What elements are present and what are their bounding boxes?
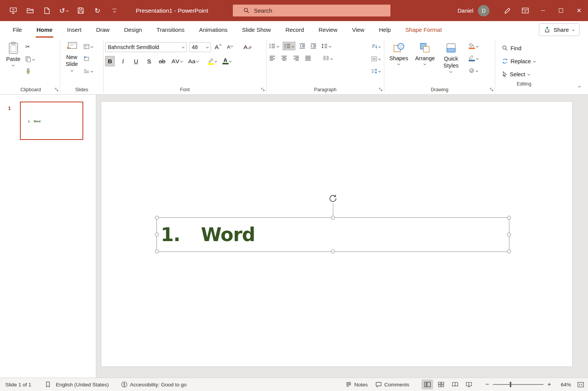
font-size-combobox[interactable]: 48	[189, 42, 211, 52]
share-button[interactable]: Share	[539, 23, 580, 36]
align-text-button[interactable]	[370, 54, 382, 63]
replace-button[interactable]: Replace	[501, 56, 551, 66]
resize-handle-ne[interactable]	[507, 216, 511, 220]
redo-button[interactable]: ↻	[89, 0, 106, 21]
drawing-dialog-launcher[interactable]	[489, 87, 494, 92]
tab-design[interactable]: Design	[117, 21, 149, 38]
zoom-slider[interactable]	[493, 380, 544, 389]
numbering-button[interactable]	[283, 42, 295, 50]
fit-slide-button[interactable]	[577, 382, 584, 388]
text-direction-button[interactable]	[370, 42, 382, 51]
find-button[interactable]: Find	[501, 43, 551, 53]
shapes-button[interactable]: Shapes	[386, 39, 412, 66]
tab-file[interactable]: File	[5, 21, 29, 38]
reading-view-button[interactable]	[449, 380, 461, 389]
normal-view-button[interactable]	[422, 380, 433, 389]
comments-button[interactable]: Comments	[376, 382, 409, 388]
language-button[interactable]: English (United States)	[56, 382, 109, 388]
clipboard-dialog-launcher[interactable]	[54, 87, 59, 92]
slide-indicator[interactable]: Slide 1 of 1	[5, 382, 31, 388]
copy-chevron-icon[interactable]	[32, 58, 35, 60]
reset-slide-button[interactable]	[82, 54, 94, 63]
resize-handle-e[interactable]	[507, 233, 511, 237]
quick-styles-button[interactable]: Quick Styles	[438, 39, 464, 73]
convert-to-smartart-button[interactable]	[370, 67, 382, 75]
ribbon-display-options-button[interactable]	[516, 0, 534, 21]
accessibility-button[interactable]: Accessibility: Good to go	[121, 381, 187, 388]
close-button[interactable]: ×	[570, 0, 588, 21]
shape-outline-button[interactable]	[468, 54, 479, 62]
text-highlight-button[interactable]	[207, 56, 218, 66]
line-spacing-button[interactable]	[320, 42, 332, 50]
character-spacing-button[interactable]: AV	[170, 56, 184, 66]
cut-button[interactable]: ✂	[24, 43, 36, 51]
inking-button[interactable]	[499, 0, 516, 21]
collapse-ribbon-button[interactable]	[578, 83, 580, 90]
section-button[interactable]	[82, 67, 94, 75]
undo-dropdown-chevron-icon[interactable]	[66, 9, 69, 12]
tab-record[interactable]: Record	[278, 21, 311, 38]
notes-button[interactable]: Notes	[346, 382, 368, 388]
strikethrough-button[interactable]: ab	[157, 56, 167, 66]
zoom-in-button[interactable]: +	[547, 381, 551, 388]
tab-transitions[interactable]: Transitions	[149, 21, 192, 38]
paragraph-dialog-launcher[interactable]	[379, 87, 383, 92]
resize-handle-nw[interactable]	[155, 216, 159, 220]
user-name[interactable]: Daniel	[458, 8, 473, 14]
slide-thumbnail[interactable]: 1.Word	[20, 102, 83, 140]
resize-handle-n[interactable]	[331, 216, 335, 220]
tab-review[interactable]: Review	[311, 21, 345, 38]
slide[interactable]: 1. Word	[101, 101, 573, 367]
slide-layout-button[interactable]	[82, 42, 94, 51]
tab-insert[interactable]: Insert	[60, 21, 89, 38]
grow-font-button[interactable]: A	[213, 42, 223, 52]
save-button[interactable]	[72, 0, 89, 21]
align-left-button[interactable]	[268, 54, 277, 62]
new-slide-button[interactable]: New Slide	[62, 39, 82, 72]
tab-help[interactable]: Help	[372, 21, 398, 38]
slide-sorter-view-button[interactable]	[435, 380, 447, 389]
zoom-out-button[interactable]: −	[485, 381, 489, 388]
resize-handle-sw[interactable]	[155, 250, 159, 253]
columns-button[interactable]	[322, 54, 334, 62]
underline-button[interactable]: U	[131, 56, 141, 66]
bullets-button[interactable]	[268, 42, 280, 50]
tab-view[interactable]: View	[345, 21, 372, 38]
align-right-button[interactable]	[292, 54, 300, 62]
tab-draw[interactable]: Draw	[89, 21, 117, 38]
customize-qat-button[interactable]	[106, 0, 123, 21]
italic-button[interactable]: I	[118, 56, 128, 66]
undo-button[interactable]: ↺	[55, 0, 72, 21]
zoom-level[interactable]: 64%	[555, 382, 571, 388]
minimize-button[interactable]	[534, 0, 552, 21]
start-slideshow-button[interactable]	[5, 0, 21, 21]
avatar[interactable]: D	[478, 5, 489, 16]
new-file-button[interactable]	[38, 0, 55, 21]
rotation-handle[interactable]	[328, 194, 338, 203]
increase-indent-button[interactable]	[309, 42, 318, 50]
shrink-font-button[interactable]: A	[225, 42, 235, 52]
copy-button[interactable]	[24, 55, 36, 63]
slideshow-view-button[interactable]	[463, 380, 474, 389]
spelling-button[interactable]	[45, 381, 51, 388]
change-case-button[interactable]: Aa	[187, 56, 199, 66]
tab-animations[interactable]: Animations	[192, 21, 235, 38]
search-box[interactable]: Search	[233, 5, 390, 16]
tab-shape-format[interactable]: Shape Format	[398, 21, 449, 38]
resize-handle-w[interactable]	[155, 233, 159, 237]
slide-text[interactable]: 1. Word	[161, 218, 255, 251]
shape-effects-button[interactable]	[468, 66, 479, 75]
open-button[interactable]	[21, 0, 38, 21]
align-center-button[interactable]	[280, 54, 288, 62]
select-button[interactable]: Select	[501, 69, 551, 79]
selected-text-box[interactable]: 1. Word	[156, 217, 509, 252]
maximize-button[interactable]	[552, 0, 570, 21]
slide-canvas[interactable]: 1. Word	[96, 95, 588, 378]
font-color-button[interactable]: A	[221, 56, 232, 66]
tab-home[interactable]: Home	[29, 21, 60, 38]
tab-slide-show[interactable]: Slide Show	[235, 21, 278, 38]
resize-handle-se[interactable]	[507, 250, 511, 253]
font-name-combobox[interactable]: Bahnschrift SemiBold	[105, 42, 187, 52]
new-slide-chevron-icon[interactable]	[70, 69, 73, 72]
zoom-slider-thumb[interactable]	[510, 382, 511, 387]
